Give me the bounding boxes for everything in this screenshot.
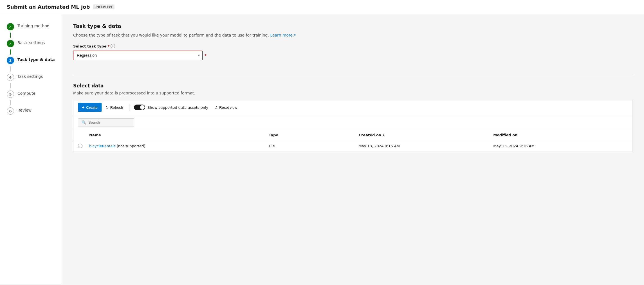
preview-badge: PREVIEW [93, 4, 115, 9]
page-header: Submit an Automated ML job PREVIEW [0, 0, 644, 14]
task-type-select-wrapper: Regression Classification Time series fo… [73, 51, 203, 60]
step-indicator-1: ✓ [7, 23, 14, 30]
task-type-label: Select task type * i [73, 44, 633, 48]
refresh-icon: ↻ [106, 105, 109, 110]
reset-icon: ↺ [214, 105, 217, 110]
refresh-button[interactable]: ↻ Refresh [103, 104, 126, 111]
sort-arrow-icon: ↓ [382, 133, 385, 137]
row-type-cell: File [269, 144, 358, 148]
content-title: Task type & data [73, 23, 633, 29]
col-header-select [78, 133, 89, 137]
col-header-modified: Modified on [493, 133, 628, 137]
content-area: Task type & data Choose the type of task… [62, 14, 644, 284]
connector-5 [10, 100, 11, 105]
data-toolbar: + Create ↻ Refresh Show supported data a… [73, 100, 633, 115]
sidebar-item-task-settings[interactable]: 4 Task settings [0, 71, 62, 83]
search-row: 🔍 [73, 115, 632, 130]
sidebar: ✓ Training method ✓ Basic settings 3 Tas… [0, 14, 62, 284]
row-modified-cell: May 13, 2024 9:16 AM [493, 144, 628, 148]
step-indicator-3: 3 [7, 57, 14, 64]
step-indicator-2: ✓ [7, 40, 14, 47]
toolbar-divider [129, 104, 129, 111]
supported-assets-toggle[interactable] [134, 105, 145, 110]
row-created-cell: May 13, 2024 9:16 AM [358, 144, 493, 148]
connector-2 [10, 49, 11, 55]
content-description: Choose the type of task that you would l… [73, 32, 633, 38]
row-name-cell: bicycleRentals (not supported) [89, 144, 269, 148]
table-row: bicycleRentals (not supported) File May … [73, 140, 632, 152]
toggle-label: Show supported data assets only [147, 105, 208, 110]
create-button[interactable]: + Create [78, 103, 102, 112]
step-indicator-4: 4 [7, 74, 14, 81]
select-required-marker: * [205, 53, 207, 58]
info-icon[interactable]: i [111, 44, 115, 48]
required-star: * [108, 44, 110, 48]
search-input-wrapper: 🔍 [78, 118, 134, 126]
toggle-group: Show supported data assets only [134, 105, 208, 110]
table-header: Name Type Created on ↓ Modified on [73, 130, 632, 140]
select-data-desc: Make sure your data is preprocessed into… [73, 91, 633, 95]
section-divider [73, 75, 633, 75]
plus-icon: + [82, 105, 84, 110]
sidebar-item-training-method[interactable]: ✓ Training method [0, 21, 62, 33]
connector-1 [10, 33, 11, 38]
connector-3 [10, 66, 11, 71]
page-title: Submit an Automated ML job [7, 4, 90, 10]
search-input[interactable] [88, 120, 131, 125]
col-header-type: Type [269, 133, 358, 137]
sidebar-item-basic-settings[interactable]: ✓ Basic settings [0, 38, 62, 49]
sidebar-item-review[interactable]: 6 Review [0, 105, 62, 117]
learn-more-link[interactable]: Learn more↗ [270, 33, 296, 37]
task-type-select[interactable]: Regression Classification Time series fo… [73, 51, 203, 60]
col-header-created: Created on ↓ [358, 133, 493, 137]
row-name-link[interactable]: bicycleRentals [89, 144, 116, 148]
sidebar-label-2: Basic settings [17, 40, 45, 45]
step-indicator-6: 6 [7, 107, 14, 115]
sidebar-label-1: Training method [17, 23, 50, 28]
select-data-title: Select data [73, 83, 633, 89]
search-icon: 🔍 [82, 120, 86, 125]
reset-view-button[interactable]: ↺ Reset view [212, 104, 240, 111]
step-indicator-5: 5 [7, 91, 14, 98]
sidebar-item-task-type-data[interactable]: 3 Task type & data [0, 55, 62, 66]
row-radio-cell [78, 144, 89, 148]
data-table-container: 🔍 Name Type Created on ↓ Modified on [73, 115, 633, 152]
sidebar-label-3: Task type & data [17, 57, 55, 62]
sidebar-label-6: Review [17, 107, 32, 112]
main-layout: ✓ Training method ✓ Basic settings 3 Tas… [0, 14, 644, 284]
col-header-name: Name [89, 133, 269, 137]
row-radio[interactable] [78, 144, 82, 148]
sidebar-item-compute[interactable]: 5 Compute [0, 88, 62, 100]
sidebar-label-4: Task settings [17, 74, 43, 79]
sidebar-label-5: Compute [17, 91, 35, 96]
connector-4 [10, 83, 11, 88]
